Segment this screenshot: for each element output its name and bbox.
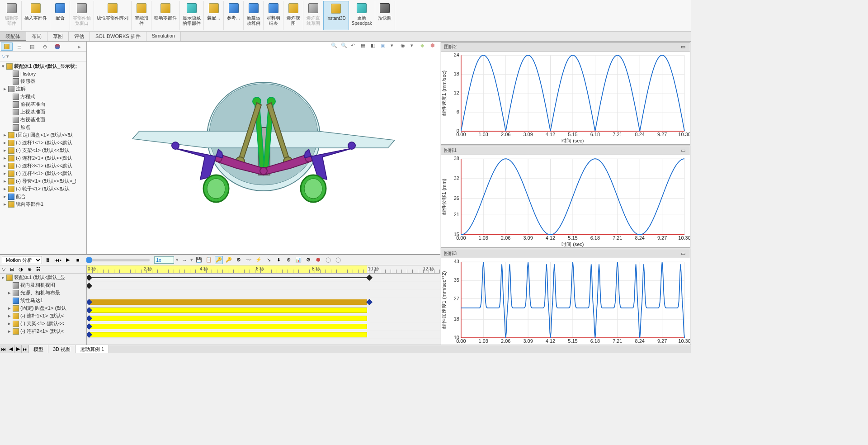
tree-item-5[interactable]: 上视基准面 xyxy=(1,108,85,116)
damper-icon[interactable]: ⊗ xyxy=(284,256,292,264)
command-tab-4[interactable]: SOLIDWORKS 插件 xyxy=(90,32,146,41)
motion-tree-item-2[interactable]: ▸光源、相机与布景 xyxy=(0,289,86,297)
zoom-area-icon[interactable]: 🔍 xyxy=(341,43,348,50)
view-settings-icon[interactable]: ⬢ xyxy=(430,43,438,50)
timeline-row-4[interactable] xyxy=(87,306,440,314)
ribbon-btn-5[interactable]: 智能扣件 xyxy=(132,1,151,30)
timeline-row-2[interactable] xyxy=(87,290,440,298)
tree-item-14[interactable]: ▸(-) 导套<1> (默认<<默认>_! xyxy=(1,177,85,185)
motion-tree-item-7[interactable]: ▸(-) 连杆2<1> (默认< xyxy=(0,327,86,335)
timeline[interactable]: 0 秒2 秒4 秒6 秒8 秒10 秒12 秒 xyxy=(87,265,440,345)
plot-canvas[interactable]: 0.001.032.063.094.125.156.187.218.249.27… xyxy=(441,52,690,144)
tree-item-7[interactable]: 原点 xyxy=(1,123,85,131)
plot-min-icon[interactable]: ▭ xyxy=(679,44,687,50)
ribbon-btn-1[interactable]: 插入零部件 xyxy=(22,1,50,30)
timeline-row-5[interactable] xyxy=(87,314,440,322)
bottom-tab-0[interactable]: 模型 xyxy=(29,345,48,353)
timeline-row-6[interactable] xyxy=(87,322,440,331)
contact-icon[interactable]: ⚡ xyxy=(255,256,263,264)
display-style-icon[interactable]: ▣ xyxy=(381,43,388,50)
motor-icon[interactable]: ⚙ xyxy=(235,256,243,264)
ribbon-btn-6[interactable]: 移动零部件 xyxy=(151,1,180,30)
command-tab-1[interactable]: 布局 xyxy=(26,32,47,41)
last-tab-btn[interactable]: ⏭ xyxy=(22,345,29,353)
settings-icon[interactable]: ⚙ xyxy=(304,256,312,264)
mass-props-icon[interactable]: ⬢ xyxy=(314,256,322,264)
display-mgr-tab[interactable] xyxy=(52,43,63,51)
ribbon-btn-7[interactable]: 显示隐藏的零部件 xyxy=(180,1,204,30)
ribbon-btn-12[interactable]: 爆炸视图 xyxy=(283,1,303,30)
next-tab-btn[interactable]: ▶ xyxy=(14,345,22,353)
hide-show-icon[interactable]: ▾ xyxy=(391,43,398,50)
motion-tree-item-5[interactable]: ▸(-) 连杆1<1> (默认< xyxy=(0,312,86,320)
tree-item-3[interactable]: 方程式 xyxy=(1,93,85,100)
section-view-icon[interactable]: ▦ xyxy=(361,43,368,50)
keyframe[interactable] xyxy=(87,275,92,281)
more-icon[interactable]: ☵ xyxy=(36,266,41,272)
ribbon-btn-15[interactable]: 更新Speedpak xyxy=(349,1,375,30)
tree-item-17[interactable]: ▸镜向零部件1 xyxy=(1,200,85,208)
spring-icon[interactable]: 〰 xyxy=(245,256,253,264)
collapse-icon[interactable]: ⊟ xyxy=(10,266,14,272)
filter-icon[interactable]: ▽ xyxy=(2,266,5,272)
play-from-start-icon[interactable]: ⏮▸ xyxy=(54,256,62,264)
ribbon-btn-14[interactable]: Instant3D xyxy=(323,1,349,30)
tree-item-4[interactable]: 前视基准面 xyxy=(1,100,85,108)
plot-canvas[interactable]: 0.001.032.063.094.125.156.187.218.249.27… xyxy=(441,155,690,248)
scene-icon[interactable]: ◉ xyxy=(401,43,408,50)
save-animation-icon[interactable]: 💾 xyxy=(195,256,203,264)
results-icon[interactable]: 📊 xyxy=(294,256,302,264)
timeline-row-7[interactable] xyxy=(87,331,440,339)
keyframe[interactable] xyxy=(366,275,373,281)
apply-scene-icon[interactable]: ◆ xyxy=(420,43,428,50)
ribbon-btn-4[interactable]: 线性零部件阵列 xyxy=(94,1,132,30)
motion-tree-item-1[interactable]: 视向及相机视图 xyxy=(0,281,86,289)
stop-icon[interactable]: ■ xyxy=(74,256,82,264)
motion-tree-item-3[interactable]: 线性马达1 xyxy=(0,297,86,304)
plot-min-icon[interactable]: ▭ xyxy=(679,147,687,153)
tree-item-9[interactable]: ▸(-) 连杆1<1> (默认<<默认 xyxy=(1,139,85,147)
orient-icon[interactable]: ◑ xyxy=(19,266,23,272)
sim-help-icon[interactable]: ◯ xyxy=(334,256,342,264)
sim-setup-icon[interactable]: ◯ xyxy=(324,256,332,264)
play-icon[interactable]: ▶ xyxy=(64,256,72,264)
tree-item-8[interactable]: ▸(固定) 圆盘<1> (默认<<默 xyxy=(1,131,85,139)
addkey-icon[interactable]: 🔑 xyxy=(225,256,233,264)
plot-min-icon[interactable]: ▭ xyxy=(679,251,687,256)
tree-item-6[interactable]: 右视基准面 xyxy=(1,116,85,123)
command-tab-5[interactable]: Simulation xyxy=(146,32,181,41)
sidebar-expand[interactable]: ▸ xyxy=(74,43,85,51)
keyframe[interactable] xyxy=(87,283,92,289)
appearance-icon[interactable]: ▾ xyxy=(410,43,418,50)
tree-item-15[interactable]: ▸(-) 轮子<1> (默认<<默认 xyxy=(1,185,85,193)
gravity-icon[interactable]: ⬇ xyxy=(274,256,283,264)
tree-item-13[interactable]: ▸(-) 连杆4<1> (默认<<默认 xyxy=(1,170,85,177)
timeline-row-1[interactable] xyxy=(87,282,440,290)
tree-root[interactable]: ▾装配体1 (默认<默认_显示状; xyxy=(1,62,85,70)
ribbon-btn-10[interactable]: 新建运动算例 xyxy=(244,1,264,30)
feature-tree-tab[interactable] xyxy=(1,43,13,51)
config-mgr-tab[interactable]: ▤ xyxy=(26,43,38,51)
timeline-ruler[interactable]: 0 秒2 秒4 秒6 秒8 秒10 秒12 秒 xyxy=(87,265,440,274)
first-tab-btn[interactable]: ⏮ xyxy=(0,345,7,353)
command-tab-3[interactable]: 评估 xyxy=(69,32,90,41)
timeline-row-0[interactable] xyxy=(87,274,440,282)
time-slider[interactable] xyxy=(86,259,150,261)
filter-icon[interactable]: ▽ xyxy=(2,53,5,59)
playback-speed[interactable] xyxy=(154,256,174,264)
tree-item-12[interactable]: ▸(-) 连杆3<1> (默认<<默认 xyxy=(1,162,85,170)
motion-tree-item-6[interactable]: ▸(-) 支架<1> (默认<< xyxy=(0,320,86,327)
zoom-fit-icon[interactable]: 🔍 xyxy=(331,43,338,50)
tree-item-2[interactable]: ▸注解 xyxy=(1,85,85,93)
ribbon-btn-16[interactable]: 拍快照 xyxy=(375,1,395,30)
expand-icon[interactable]: ⊕ xyxy=(28,266,32,272)
bottom-tab-2[interactable]: 运动算例 1 xyxy=(75,345,109,353)
motion-type-select[interactable]: Motion 分析 xyxy=(2,256,42,264)
keyframe[interactable] xyxy=(366,299,373,305)
animation-wizard-icon[interactable]: 📋 xyxy=(205,256,213,264)
bottom-tab-1[interactable]: 3D 视图 xyxy=(48,345,75,353)
motion-tree-item-0[interactable]: ▸装配体1 (默认<默认_显 xyxy=(0,274,86,281)
ribbon-btn-8[interactable]: 装配... xyxy=(204,1,224,30)
view-orient-icon[interactable]: ◧ xyxy=(371,43,378,50)
tree-item-1[interactable]: 传感器 xyxy=(1,77,85,85)
